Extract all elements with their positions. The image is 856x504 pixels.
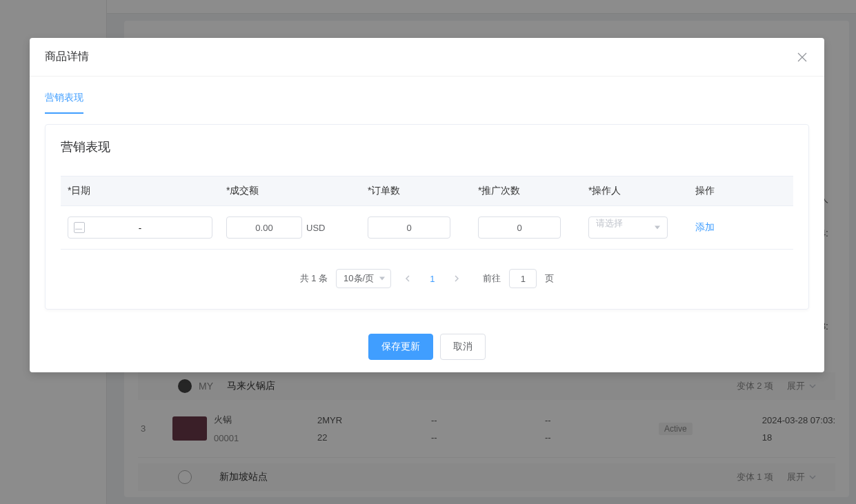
- sales-table-header: *日期 *成交额 *订单数 *推广次数 *操作人 操作: [61, 176, 793, 206]
- goto-prefix: 前往: [483, 272, 501, 285]
- product-detail-modal: 商品详情 营销表现 营销表现 *日期 *成交额 *订单数 *推广次数 *操作人 …: [30, 38, 824, 372]
- operator-placeholder: 请选择: [596, 218, 623, 228]
- next-page-button[interactable]: [448, 271, 465, 287]
- goto-suffix: 页: [545, 272, 554, 285]
- promo-input[interactable]: [478, 216, 561, 239]
- page-number-1[interactable]: 1: [424, 272, 440, 285]
- sales-panel: 营销表现 *日期 *成交额 *订单数 *推广次数 *操作人 操作: [45, 124, 809, 310]
- chevron-left-icon: [405, 275, 410, 282]
- header-promo: *推广次数: [471, 177, 581, 205]
- amount-unit: USD: [306, 223, 325, 233]
- header-operator: *操作人: [581, 177, 688, 205]
- date-range-input[interactable]: [68, 216, 212, 239]
- sales-table: *日期 *成交额 *订单数 *推广次数 *操作人 操作: [61, 176, 793, 250]
- sales-table-row: USD 请选择 添加: [61, 206, 793, 250]
- header-date: *日期: [61, 177, 219, 205]
- orders-input[interactable]: [368, 216, 450, 239]
- chevron-right-icon: [454, 275, 459, 282]
- goto-page-input[interactable]: [509, 269, 537, 288]
- panel-title: 营销表现: [61, 139, 793, 155]
- page-size-label: 10条/页: [344, 272, 374, 285]
- date-range-value[interactable]: [75, 223, 205, 233]
- modal-title: 商品详情: [45, 50, 89, 64]
- header-amount: *成交额: [219, 177, 361, 205]
- operator-select[interactable]: 请选择: [588, 216, 668, 239]
- tabs: 营销表现: [45, 83, 809, 114]
- tab-sales-performance[interactable]: 营销表现: [45, 83, 83, 114]
- modal-body: 营销表现 营销表现 *日期 *成交额 *订单数 *推广次数 *操作人 操作: [30, 83, 824, 323]
- close-icon: [797, 52, 807, 62]
- modal-header: 商品详情: [30, 38, 824, 77]
- page-size-select[interactable]: 10条/页: [336, 269, 391, 288]
- add-link[interactable]: 添加: [695, 221, 715, 234]
- header-action: 操作: [688, 177, 771, 205]
- amount-input[interactable]: [226, 216, 302, 239]
- header-orders: *订单数: [361, 177, 471, 205]
- save-button[interactable]: 保存更新: [368, 334, 433, 360]
- pagination-total: 共 1 条: [300, 272, 328, 285]
- modal-footer: 保存更新 取消: [30, 323, 824, 372]
- close-button[interactable]: [795, 50, 809, 64]
- prev-page-button[interactable]: [399, 271, 416, 287]
- pagination: 共 1 条 10条/页 1 前往 页: [61, 269, 793, 288]
- cancel-button[interactable]: 取消: [440, 334, 486, 360]
